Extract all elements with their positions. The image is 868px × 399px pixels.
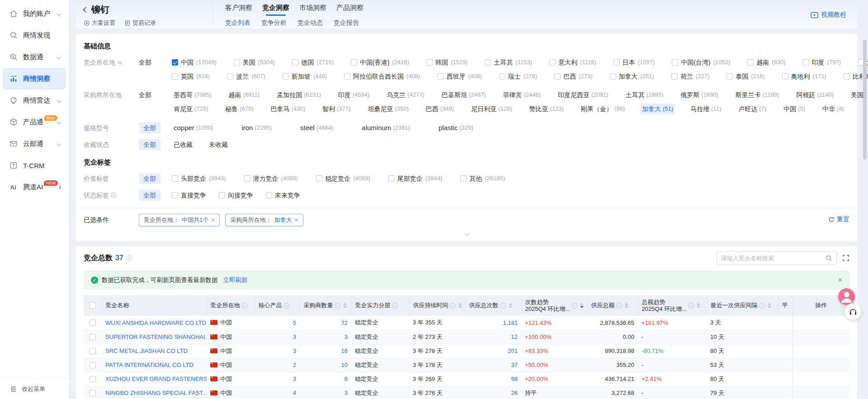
row-checkbox[interactable] xyxy=(90,334,96,340)
info-icon[interactable]: i xyxy=(759,303,765,309)
supply-count-value[interactable]: 98 xyxy=(511,376,518,382)
info-icon[interactable]: i xyxy=(616,303,622,309)
buyer-option[interactable]: 刚果（金）(99) xyxy=(579,103,627,114)
checkbox[interactable] xyxy=(172,192,178,198)
supply-count-value[interactable]: 37 xyxy=(511,361,518,368)
country-option[interactable]: 潜力竞企(4089) xyxy=(244,173,298,184)
sidebar-item-insight[interactable]: 商情洞察 xyxy=(3,68,66,89)
row-checkbox[interactable] xyxy=(90,390,96,396)
buyer-option[interactable]: 马拉维(11) xyxy=(689,103,723,114)
sidebar-item-ai[interactable]: Ai腾道AINEW› xyxy=(3,176,66,198)
checkbox[interactable] xyxy=(351,59,357,66)
checkbox[interactable] xyxy=(227,73,233,80)
checkbox[interactable] xyxy=(671,73,678,80)
info-icon[interactable]: i xyxy=(450,303,456,309)
chip-remove-icon[interactable]: × xyxy=(211,217,215,223)
checkbox[interactable] xyxy=(316,175,322,182)
country-option[interactable]: 中国(台湾)(1052) xyxy=(672,57,730,68)
sort-asc-icon[interactable] xyxy=(509,303,512,305)
country-option[interactable]: 泰国(216) xyxy=(726,71,764,82)
sidebar-item-product[interactable]: 产品通Beta xyxy=(3,111,66,133)
sort-asc-icon[interactable] xyxy=(343,303,347,305)
core-products-value[interactable]: 3 xyxy=(293,347,296,354)
page-scrollbar[interactable] xyxy=(863,40,867,160)
subtab-竞争分析[interactable]: 竞争分析 xyxy=(261,19,287,27)
checkbox[interactable] xyxy=(747,59,754,66)
buyer-option[interactable]: 巴西(349) xyxy=(424,103,456,114)
country-option[interactable]: 韩国(1529) xyxy=(426,57,468,68)
spec-option[interactable]: steel(4684) xyxy=(298,122,335,133)
buyer-option[interactable]: 肯尼亚(725) xyxy=(172,103,210,114)
favorite-option[interactable]: 已收藏 xyxy=(172,139,194,150)
sidebar-item-tcrm[interactable]: T-CRM xyxy=(3,155,66,176)
spec-option[interactable]: plastic(329) xyxy=(437,122,475,133)
buyer-option[interactable]: 中国(5) xyxy=(782,103,807,114)
country-option[interactable]: 间接竞争 xyxy=(219,190,253,201)
supply-count-value[interactable]: 1,181 xyxy=(503,319,518,326)
buyer-option[interactable]: 菲律宾(2446) xyxy=(501,89,543,100)
country-option[interactable]: 稳定竞企(4089) xyxy=(316,173,370,184)
country-option[interactable]: 中国(17049) xyxy=(172,57,217,68)
search-icon[interactable] xyxy=(826,255,832,262)
info-icon[interactable]: i xyxy=(241,303,247,309)
collapse-menu-button[interactable]: 收起菜单 xyxy=(0,378,69,399)
sidebar-item-mail[interactable]: 云邮通 xyxy=(3,133,66,155)
row-checkbox[interactable] xyxy=(90,376,96,382)
company-name-link[interactable]: XUZHOU EVER GRAND FASTENERS... xyxy=(105,376,207,382)
buyer-option[interactable]: 尼日利亚(128) xyxy=(469,103,514,114)
sidebar-item-discover[interactable]: 商情发现 xyxy=(3,24,66,46)
checkbox[interactable] xyxy=(437,73,443,80)
checkbox[interactable] xyxy=(554,73,561,80)
checkbox[interactable] xyxy=(549,59,556,66)
sort-icons[interactable] xyxy=(697,303,700,308)
customer-service-avatar[interactable] xyxy=(838,288,855,305)
tab-产品洞察[interactable]: 产品洞察 xyxy=(336,4,363,16)
company-search-input[interactable] xyxy=(721,255,826,262)
sort-asc-icon[interactable] xyxy=(768,303,771,305)
buyer-option[interactable]: 卢旺达(7) xyxy=(736,103,768,114)
buyer-count-value[interactable]: 3 xyxy=(344,333,348,340)
country-option[interactable]: 加拿大(251) xyxy=(610,71,654,82)
country-option[interactable]: 西班牙(408) xyxy=(437,71,481,82)
buyer-option[interactable]: 坦桑尼亚(350) xyxy=(366,103,410,114)
supply-count-value[interactable]: 12 xyxy=(511,333,518,340)
core-products-value[interactable]: 2 xyxy=(293,361,296,368)
buyer-option[interactable]: 土耳其(1895) xyxy=(624,89,665,100)
company-name-link[interactable]: WUXI ANSHIDA HARDWARE CO LTD xyxy=(105,319,206,326)
buyer-option[interactable]: 巴基斯坦(2487) xyxy=(440,89,488,100)
checkbox[interactable] xyxy=(292,59,298,66)
country-option[interactable]: 尾部竞企(3944) xyxy=(388,173,443,184)
buyer-option[interactable]: 俄罗斯(1690) xyxy=(679,89,720,100)
buyer-option[interactable]: 加拿大(51) xyxy=(640,103,675,114)
sort-desc-icon[interactable] xyxy=(343,306,347,308)
info-icon[interactable]: i xyxy=(283,303,289,309)
spec-option[interactable]: iron(2295) xyxy=(240,122,274,133)
info-icon[interactable]: i xyxy=(571,303,577,309)
trade-records-button[interactable]: 贸易记录 xyxy=(124,19,156,27)
country-option[interactable]: 意大利(1116) xyxy=(549,57,596,68)
sort-icons[interactable] xyxy=(580,303,584,308)
country-option[interactable]: 土耳其(1153) xyxy=(485,57,532,68)
buyer-option[interactable]: 阿根廷(1140) xyxy=(794,89,835,100)
sort-desc-icon[interactable] xyxy=(697,306,700,308)
buyer-option[interactable]: 印度(4594) xyxy=(336,89,372,100)
info-icon[interactable]: i xyxy=(392,303,398,309)
buyer-count-value[interactable]: 6 xyxy=(344,376,348,382)
tab-客户洞察[interactable]: 客户洞察 xyxy=(225,4,252,16)
value-tags-all-chip[interactable]: 全部 xyxy=(139,173,160,184)
spec-option[interactable]: copper(1050) xyxy=(172,122,215,133)
country-option[interactable]: 德国(2715) xyxy=(292,57,334,68)
checkbox[interactable] xyxy=(460,175,467,182)
status-tags-all-chip[interactable]: 全部 xyxy=(139,190,160,201)
checkbox[interactable] xyxy=(266,192,272,198)
checkbox[interactable] xyxy=(613,59,620,66)
sidebar-item-account[interactable]: 我的账户 xyxy=(3,3,66,24)
sort-desc-icon[interactable] xyxy=(625,306,628,308)
country-option[interactable]: 阿拉伯联合酋长国(408) xyxy=(344,71,420,82)
sidebar-item-radar[interactable]: 商情雷达 xyxy=(3,89,66,111)
sort-desc-icon[interactable] xyxy=(509,306,512,308)
checkbox[interactable] xyxy=(844,73,850,80)
buyer-count-value[interactable]: 10 xyxy=(341,361,348,368)
buyer-option[interactable]: 乌克兰(4277) xyxy=(385,89,426,100)
buyer-location-all[interactable]: 全部 xyxy=(139,91,151,99)
